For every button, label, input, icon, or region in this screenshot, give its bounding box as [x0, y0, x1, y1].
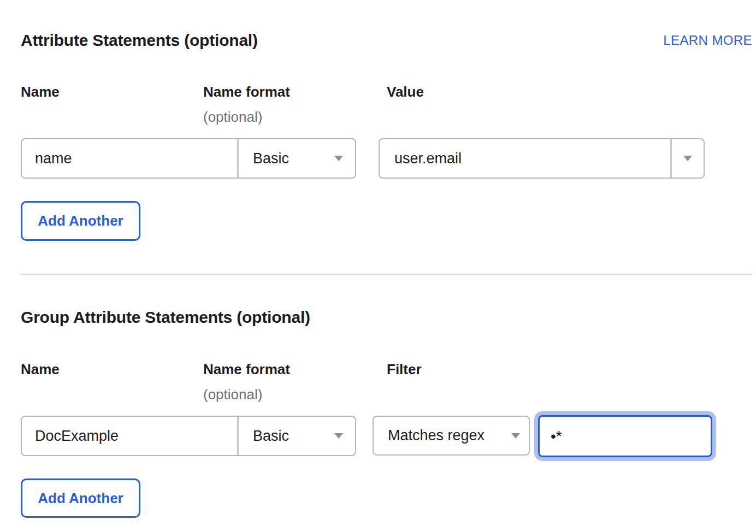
caret-down-icon: [334, 156, 343, 161]
group-name-and-format-group: Basic: [21, 416, 356, 456]
add-another-group-attribute-button[interactable]: Add Another: [21, 478, 140, 518]
attribute-name-and-format-group: Basic: [21, 138, 356, 179]
section-divider: [21, 274, 752, 275]
attribute-statements-title: Attribute Statements (optional): [21, 31, 258, 50]
group-name-input[interactable]: [22, 417, 237, 455]
attribute-name-format-select[interactable]: Basic: [239, 139, 355, 178]
attribute-value-input[interactable]: [380, 139, 670, 178]
group-column-header-filter: Filter: [387, 361, 422, 378]
group-filter-type-select[interactable]: Matches regex: [373, 416, 530, 456]
caret-down-icon: [511, 433, 520, 439]
group-name-format-selected-value: Basic: [253, 428, 289, 445]
column-header-name-format: Name format: [203, 84, 290, 101]
attribute-name-format-selected-value: Basic: [253, 150, 289, 167]
group-name-format-optional-note: (optional): [203, 386, 262, 403]
group-filter-value-input[interactable]: [538, 415, 712, 457]
attribute-value-combobox: [379, 138, 705, 179]
name-format-optional-note: (optional): [203, 109, 262, 126]
group-column-header-name: Name: [21, 361, 60, 378]
caret-down-icon: [683, 156, 692, 161]
learn-more-link[interactable]: LEARN MORE: [663, 33, 752, 48]
add-another-attribute-button[interactable]: Add Another: [21, 201, 140, 241]
column-header-value: Value: [387, 84, 424, 101]
attribute-value-caret-button[interactable]: [672, 139, 704, 178]
group-filter-type-selected-value: Matches regex: [388, 427, 485, 444]
group-name-format-select[interactable]: Basic: [239, 417, 355, 455]
group-attribute-statements-title: Group Attribute Statements (optional): [21, 308, 310, 327]
caret-down-icon: [334, 433, 343, 439]
group-column-header-name-format: Name format: [203, 361, 290, 378]
column-header-name: Name: [21, 84, 60, 101]
attribute-name-input[interactable]: [22, 139, 237, 178]
